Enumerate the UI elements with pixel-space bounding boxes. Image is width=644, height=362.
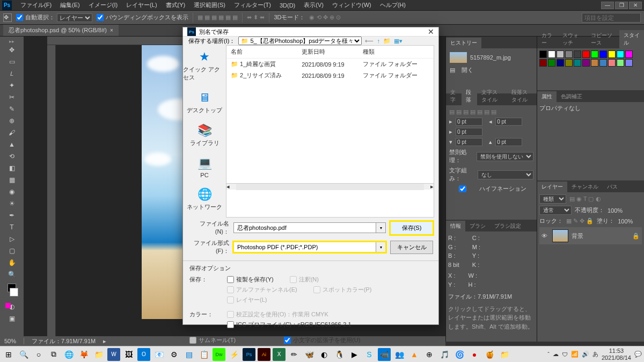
sidebar-network[interactable]: 🌐ネットワーク bbox=[187, 187, 222, 211]
outlook-icon[interactable]: O bbox=[137, 348, 150, 361]
opt-icc-checkbox[interactable] bbox=[227, 321, 234, 328]
nav-back-icon[interactable]: ⟵ bbox=[365, 38, 374, 45]
tray-expand-icon[interactable]: ˆ bbox=[547, 351, 550, 358]
menu-filter[interactable]: フィルター(T) bbox=[230, 0, 275, 10]
file-row[interactable]: 📁 1_綺麗な画質2021/08/09 9:19ファイル フォルダー bbox=[226, 59, 434, 70]
app11-icon[interactable]: ▶ bbox=[348, 348, 361, 361]
swatch-item[interactable] bbox=[599, 50, 607, 58]
file-row[interactable]: 📁 2_リサイズ済み2021/08/09 9:19ファイル フォルダー bbox=[226, 70, 434, 81]
fill-value[interactable]: 100% bbox=[618, 218, 633, 225]
swatch-item[interactable] bbox=[582, 59, 590, 67]
swatch-item[interactable] bbox=[548, 50, 555, 58]
menu-edit[interactable]: 編集(E) bbox=[56, 0, 84, 10]
tab-brushpreset[interactable]: ブラシ設定 bbox=[490, 221, 525, 231]
format-dropdown-icon[interactable]: ▾ bbox=[376, 242, 386, 252]
zoom-tool[interactable]: 🔍 bbox=[6, 269, 18, 280]
record-icon[interactable]: ● bbox=[468, 348, 481, 361]
app2-icon[interactable]: 📧 bbox=[152, 348, 165, 361]
ruler-vertical[interactable] bbox=[47, 45, 56, 342]
app14-icon[interactable]: 🎵 bbox=[438, 348, 451, 361]
swatch-item[interactable] bbox=[625, 59, 633, 67]
opt-lowercase-checkbox[interactable] bbox=[284, 337, 291, 344]
menu-file[interactable]: ファイル(F) bbox=[16, 0, 56, 10]
tab-adjustments[interactable]: 色調補正 bbox=[557, 91, 587, 102]
opt-copy-checkbox[interactable] bbox=[227, 276, 234, 283]
window-close-button[interactable]: ✕ bbox=[629, 2, 642, 9]
layer-background[interactable]: 👁 背景 🔒 bbox=[539, 227, 642, 244]
blur-tool[interactable]: ◉ bbox=[6, 186, 18, 198]
cortana-icon[interactable]: ○ bbox=[32, 348, 45, 361]
app13-icon[interactable]: ⊕ bbox=[423, 348, 436, 361]
swatch-item[interactable] bbox=[617, 50, 624, 58]
format-select[interactable]: Photoshop PDF (*.PDF;*.PDP) bbox=[233, 242, 376, 252]
excel-icon[interactable]: X bbox=[273, 348, 286, 361]
auto-select-checkbox[interactable] bbox=[16, 14, 23, 21]
history-brush-tool[interactable]: ⟲ bbox=[6, 150, 18, 162]
cancel-button[interactable]: キャンセル bbox=[390, 241, 433, 254]
app12-icon[interactable]: 📹 bbox=[378, 348, 391, 361]
history-step[interactable]: ▤ 開く bbox=[448, 64, 535, 76]
crop-tool[interactable]: ✂ bbox=[6, 91, 18, 103]
app-icon[interactable]: 🖼 bbox=[122, 348, 135, 361]
new-folder-icon[interactable]: 📁 bbox=[383, 38, 391, 45]
dodge-tool[interactable]: ☀ bbox=[6, 198, 18, 209]
menu-type[interactable]: 書式(Y) bbox=[162, 0, 190, 10]
menu-view[interactable]: 表示(V) bbox=[299, 0, 328, 10]
swatch-item[interactable] bbox=[557, 50, 564, 58]
search-input[interactable] bbox=[582, 13, 641, 23]
document-tab[interactable]: 忍者photoshop.psd @ 50% (RGB/8#) × bbox=[3, 25, 119, 36]
kinsoku-select[interactable]: 禁則を使用しない bbox=[477, 152, 533, 161]
filename-dropdown-icon[interactable]: ▾ bbox=[376, 222, 386, 233]
zoom-value[interactable]: 50% bbox=[4, 338, 16, 344]
menu-select[interactable]: 選択範囲(S) bbox=[189, 0, 230, 10]
swatch-item[interactable] bbox=[565, 59, 573, 67]
swatch-item[interactable] bbox=[574, 59, 581, 67]
save-button[interactable]: 保存(S) bbox=[390, 221, 433, 235]
tab-color[interactable]: カラー bbox=[537, 30, 558, 48]
eyedropper-tool[interactable]: ✎ bbox=[6, 103, 18, 115]
tab-swatches[interactable]: スウォッチ bbox=[558, 30, 587, 48]
brush-tool[interactable]: 🖌 bbox=[6, 127, 18, 139]
menu-layer[interactable]: レイヤー(L) bbox=[122, 0, 161, 10]
hyphenation-checkbox[interactable] bbox=[449, 185, 476, 192]
app3-icon[interactable]: ⚙ bbox=[167, 348, 180, 361]
swatch-item[interactable] bbox=[574, 50, 581, 58]
app16-icon[interactable]: 🍯 bbox=[483, 348, 496, 361]
eraser-tool[interactable]: ◧ bbox=[6, 162, 18, 174]
history-root[interactable]: 5157892_m.jpg bbox=[448, 50, 535, 64]
tab-clonesource[interactable]: コピーソース bbox=[587, 30, 619, 48]
menu-3d[interactable]: 3D(D) bbox=[275, 1, 299, 10]
tab-charstyle[interactable]: 文字スタイル bbox=[477, 87, 507, 105]
tab-char[interactable]: 文字 bbox=[446, 87, 462, 105]
sidebar-quickaccess[interactable]: ★クイック アクセス bbox=[183, 49, 226, 82]
app6-icon[interactable]: ⚡ bbox=[228, 348, 240, 361]
swatch-item[interactable] bbox=[591, 59, 598, 67]
firstline-input[interactable] bbox=[456, 128, 482, 136]
swatch-item[interactable] bbox=[539, 59, 547, 67]
dreamweaver-icon[interactable]: Dw bbox=[213, 348, 225, 361]
indent-left-input[interactable] bbox=[456, 118, 482, 126]
space-before-input[interactable] bbox=[456, 138, 482, 146]
window-maximize-button[interactable]: ❐ bbox=[615, 2, 628, 9]
path-tool[interactable]: ▷ bbox=[6, 233, 18, 245]
swatch-item[interactable] bbox=[608, 59, 616, 67]
kumimoji-select[interactable]: なし bbox=[478, 170, 533, 179]
stamp-tool[interactable]: ▲ bbox=[6, 139, 18, 150]
photoshop-taskbar-icon[interactable]: Ps bbox=[243, 348, 255, 361]
document-tab-close-icon[interactable]: × bbox=[110, 27, 113, 33]
sidebar-library[interactable]: 📚ライブラリ bbox=[190, 123, 219, 147]
filename-input[interactable] bbox=[233, 222, 376, 233]
move-tool[interactable]: ✥ bbox=[6, 44, 18, 56]
app10-icon[interactable]: 🐧 bbox=[333, 348, 346, 361]
move-tool-icon[interactable]: ✥ bbox=[3, 13, 12, 22]
app5-icon[interactable]: 📋 bbox=[197, 348, 210, 361]
tab-layers[interactable]: レイヤー bbox=[537, 182, 567, 192]
swatch-item[interactable] bbox=[539, 50, 547, 58]
hand-tool[interactable]: ✋ bbox=[6, 257, 18, 269]
view-mode-icon[interactable]: ▦▾ bbox=[394, 38, 402, 45]
app7-icon[interactable]: ✏ bbox=[288, 348, 301, 361]
layer-filter-select[interactable]: 種類 bbox=[539, 194, 566, 204]
space-after-input[interactable] bbox=[495, 138, 522, 146]
search-icon[interactable]: 🔍 bbox=[17, 348, 30, 361]
swatch-item[interactable] bbox=[548, 59, 555, 67]
